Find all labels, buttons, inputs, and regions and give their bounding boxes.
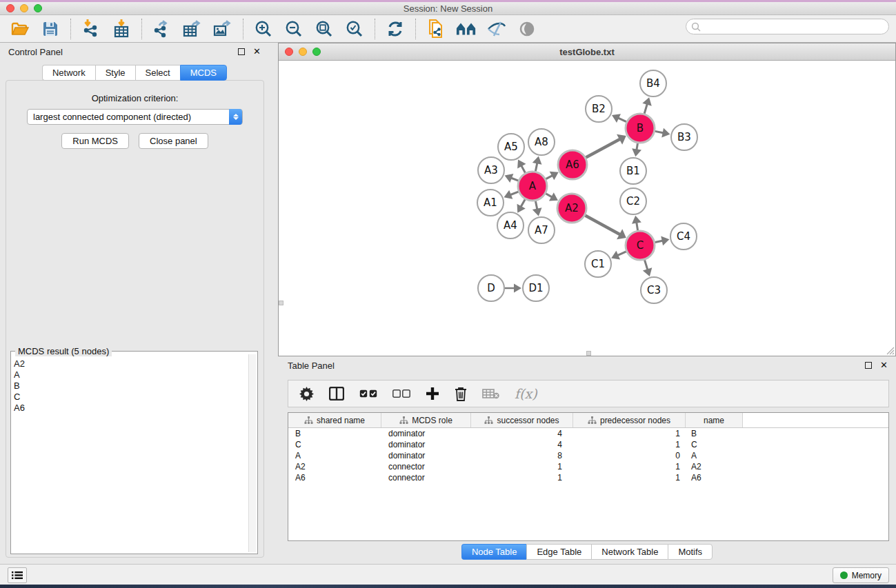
table-cell: dominator: [381, 440, 471, 449]
dropdown-selected-value: largest connected component (directed): [28, 112, 191, 122]
new-network-from-selection-icon[interactable]: [426, 19, 446, 39]
select-all-rows-icon[interactable]: [359, 389, 377, 398]
memory-button[interactable]: Memory: [833, 567, 889, 583]
table-cell: A2: [686, 462, 743, 472]
export-image-icon[interactable]: [212, 19, 233, 39]
graph-edge-arrowhead: [514, 284, 521, 293]
optimization-criterion-dropdown[interactable]: largest connected component (directed): [27, 109, 243, 125]
search-input[interactable]: [701, 22, 888, 32]
table-cell: 4: [471, 440, 573, 449]
table-row[interactable]: Adominator80A: [288, 450, 888, 461]
tab-network[interactable]: Network: [42, 65, 95, 81]
import-table-icon[interactable]: [111, 19, 132, 39]
table-toolbar: f(x): [288, 380, 889, 407]
table-row[interactable]: A6connector11A6: [288, 472, 888, 483]
export-table-icon[interactable]: [182, 19, 203, 39]
add-column-icon[interactable]: [426, 387, 439, 401]
show-hide-columns-icon[interactable]: [329, 387, 344, 401]
close-table-panel-icon[interactable]: ✕: [880, 362, 888, 369]
mcds-result-item[interactable]: A6: [14, 403, 248, 414]
table-cell: 4: [471, 429, 573, 438]
table-row[interactable]: Cdominator41C: [288, 439, 888, 450]
tab-motifs[interactable]: Motifs: [668, 544, 713, 560]
zoom-in-icon[interactable]: [253, 19, 274, 39]
hide-selected-icon[interactable]: [486, 19, 507, 39]
table-settings-icon[interactable]: [299, 387, 314, 401]
table-row[interactable]: Bdominator41B: [288, 428, 888, 439]
canvas-vscroll-thumb[interactable]: [279, 301, 283, 305]
canvas-hscroll-thumb[interactable]: [586, 351, 591, 356]
graph-edge-arrowhead: [661, 128, 670, 138]
save-session-icon[interactable]: [40, 19, 61, 39]
column-header-predecessor-nodes[interactable]: predecessor nodes: [573, 413, 686, 427]
column-type-icon: [399, 416, 408, 424]
task-history-button[interactable]: [8, 567, 27, 583]
graph-edge-A6-B[interactable]: [586, 139, 621, 157]
graph-node-label: C2: [626, 195, 640, 207]
show-all-icon[interactable]: [517, 19, 537, 39]
table-cell: A2: [288, 462, 381, 472]
control-panel-tabs: Network Style Select MCDS: [0, 65, 269, 81]
close-panel-button[interactable]: Close panel: [139, 133, 208, 149]
mcds-result-item[interactable]: C: [14, 392, 248, 403]
table-panel-title: Table Panel: [288, 361, 335, 371]
graph-edge-B-B2[interactable]: [617, 118, 626, 122]
export-network-icon[interactable]: [152, 19, 172, 39]
column-header-shared-name[interactable]: shared name: [288, 413, 381, 427]
run-mcds-button[interactable]: Run MCDS: [61, 133, 129, 149]
deselect-all-rows-icon[interactable]: [392, 389, 410, 398]
resize-grip-icon[interactable]: [886, 346, 895, 355]
network-window-titlebar[interactable]: testGlobe.txt: [279, 43, 895, 61]
session-title: Session: New Session: [0, 3, 896, 14]
graph-node-label: A1: [484, 196, 497, 209]
first-neighbors-icon[interactable]: [456, 19, 477, 39]
search-box[interactable]: [686, 19, 889, 34]
network-canvas[interactable]: B4B2BB3A5A8A6A3AB1A1A2C2A4A7C4CC1C3DD1: [279, 61, 895, 356]
tab-node-table[interactable]: Node Table: [461, 544, 527, 560]
delete-table-icon: [482, 388, 499, 399]
float-panel-icon[interactable]: [238, 48, 245, 55]
zoom-selected-icon[interactable]: [344, 19, 365, 39]
column-header-successor-nodes[interactable]: successor nodes: [471, 413, 573, 427]
optimization-criterion-label: Optimization criterion:: [6, 93, 263, 103]
graph-node-label: A8: [535, 136, 548, 148]
table-cell: B: [686, 429, 743, 438]
close-panel-icon[interactable]: ✕: [253, 48, 261, 55]
tab-edge-table[interactable]: Edge Table: [526, 544, 591, 560]
graph-edge-A-A1[interactable]: [510, 192, 519, 195]
mcds-result-item[interactable]: B: [14, 381, 248, 392]
column-header-mcds-role[interactable]: MCDS role: [381, 413, 471, 427]
mcds-result-list[interactable]: A2ABCA6: [14, 358, 248, 552]
table-cell: connector: [381, 462, 471, 472]
mcds-result-title: MCDS result (5 nodes): [15, 346, 112, 356]
tab-mcds[interactable]: MCDS: [180, 65, 227, 81]
graph-node-label: A6: [566, 159, 579, 171]
zoom-fit-icon[interactable]: [314, 19, 335, 39]
column-type-icon: [304, 416, 313, 424]
table-tabs: Node Table Edge Table Network Table Moti…: [278, 544, 896, 560]
mcds-result-item[interactable]: A2: [14, 358, 248, 369]
float-table-panel-icon[interactable]: [865, 362, 872, 369]
graph-edge-B-B4[interactable]: [644, 103, 647, 114]
table-row[interactable]: A2connector11A2: [288, 461, 888, 472]
graph-edge-arrowhead: [532, 207, 542, 216]
graph-node-label: B1: [626, 165, 640, 177]
tab-style[interactable]: Style: [95, 65, 135, 81]
graph-edge-C-C1[interactable]: [617, 252, 626, 256]
mcds-result-scrollbar[interactable]: [248, 354, 256, 552]
graph-edge-A-A4[interactable]: [521, 199, 526, 207]
zoom-out-icon[interactable]: [283, 19, 304, 39]
apply-layout-icon[interactable]: [385, 19, 406, 39]
graph-edge-A2-C[interactable]: [585, 216, 621, 235]
delete-columns-icon[interactable]: [455, 387, 467, 401]
graph-edge-C-C3[interactable]: [644, 260, 648, 270]
import-network-icon[interactable]: [81, 19, 101, 39]
column-header-name[interactable]: name: [686, 413, 743, 427]
table-cell: A: [288, 451, 381, 460]
open-session-icon[interactable]: [10, 19, 30, 39]
tab-network-table[interactable]: Network Table: [591, 544, 668, 560]
graph-node-label: D: [487, 282, 495, 294]
table-cell: 1: [471, 473, 573, 483]
tab-select[interactable]: Select: [135, 65, 180, 81]
mcds-result-item[interactable]: A: [14, 369, 248, 381]
